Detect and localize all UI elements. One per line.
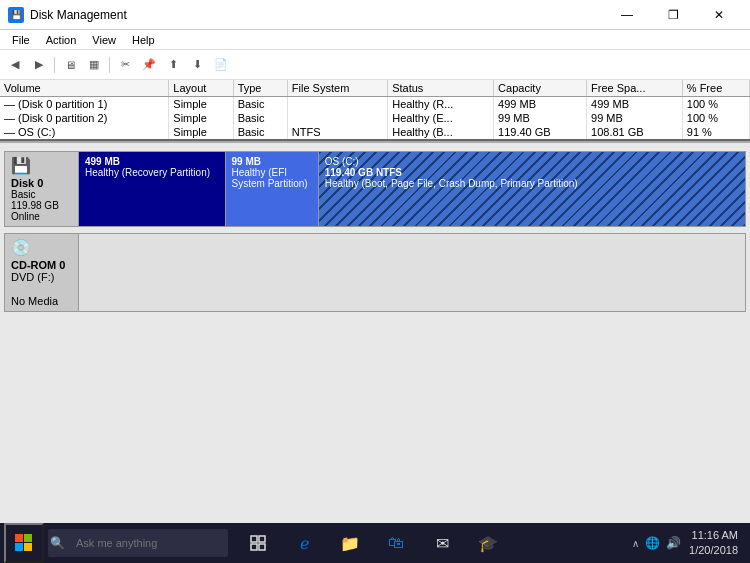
partition3-label: OS (C:) [325, 156, 739, 167]
partition3-size: 119.40 GB NTFS [325, 167, 739, 178]
disk0-partition2[interactable]: 99 MB Healthy (EFI System Partition) [226, 152, 319, 226]
edu-button[interactable]: 🎓 [466, 523, 510, 563]
disk0-icon: 💾 [11, 156, 72, 175]
disk0-partition1[interactable]: 499 MB Healthy (Recovery Partition) [79, 152, 226, 226]
svg-rect-3 [24, 543, 32, 551]
cell-2-0: — OS (C:) [0, 125, 169, 139]
col-capacity: Capacity [494, 80, 587, 97]
taskbar: 🔍 ℯ 📁 🛍 ✉ 🎓 ∧ 🌐 [0, 523, 750, 563]
cdrom0-area [79, 233, 746, 312]
col-status: Status [388, 80, 494, 97]
search-wrapper: 🔍 [44, 529, 232, 557]
col-volume: Volume [0, 80, 169, 97]
taskbar-pinned-icons: ℯ 📁 🛍 ✉ 🎓 [236, 523, 510, 563]
doc-button[interactable]: 📄 [210, 54, 232, 76]
volume-table-container: Volume Layout Type File System Status Ca… [0, 80, 750, 141]
menu-bar: File Action View Help [0, 30, 750, 50]
task-view-icon [250, 535, 266, 551]
cell-2-1: Simple [169, 125, 233, 139]
cdrom0-name: CD-ROM 0 [11, 259, 72, 271]
cell-2-7: 91 % [682, 125, 749, 139]
back-button[interactable]: ◀ [4, 54, 26, 76]
cell-0-3 [287, 97, 387, 112]
clock[interactable]: 11:16 AM 1/20/2018 [689, 528, 738, 559]
search-input[interactable] [48, 529, 228, 557]
col-type: Type [233, 80, 287, 97]
taskbar-right: ∧ 🌐 🔊 11:16 AM 1/20/2018 [632, 528, 746, 559]
svg-rect-2 [15, 543, 23, 551]
cell-1-1: Simple [169, 111, 233, 125]
col-layout: Layout [169, 80, 233, 97]
up-button[interactable]: ⬆ [162, 54, 184, 76]
tray-network: 🌐 [645, 536, 660, 550]
clock-time: 11:16 AM [689, 528, 738, 543]
cut-button[interactable]: ✂ [114, 54, 136, 76]
forward-button[interactable]: ▶ [28, 54, 50, 76]
search-icon: 🔍 [50, 536, 65, 550]
cdrom0-type: DVD (F:) [11, 271, 72, 283]
cell-0-2: Basic [233, 97, 287, 112]
table-row[interactable]: — OS (C:)SimpleBasicNTFSHealthy (B...119… [0, 125, 750, 139]
disk0-name: Disk 0 [11, 177, 72, 189]
cell-0-5: 499 MB [494, 97, 587, 112]
table-row[interactable]: — (Disk 0 partition 1)SimpleBasicHealthy… [0, 97, 750, 112]
minimize-button[interactable]: — [604, 0, 650, 30]
window-title: Disk Management [30, 8, 127, 22]
disk0-status: Online [11, 211, 72, 222]
disk0-label: 💾 Disk 0 Basic 119.98 GB Online [4, 151, 79, 227]
cell-0-7: 100 % [682, 97, 749, 112]
cell-2-4: Healthy (B... [388, 125, 494, 139]
cell-1-6: 99 MB [587, 111, 683, 125]
edu-icon: 🎓 [478, 534, 498, 553]
col-filesystem: File System [287, 80, 387, 97]
disk0-row: 💾 Disk 0 Basic 119.98 GB Online 499 MB H… [4, 151, 746, 227]
partition1-desc: Healthy (Recovery Partition) [85, 167, 219, 178]
cell-2-5: 119.40 GB [494, 125, 587, 139]
disk0-partition3[interactable]: OS (C:) 119.40 GB NTFS Healthy (Boot, Pa… [319, 152, 745, 226]
menu-help[interactable]: Help [124, 32, 163, 48]
tray-chevron[interactable]: ∧ [632, 538, 639, 549]
disk-visual-area: 💾 Disk 0 Basic 119.98 GB Online 499 MB H… [0, 143, 750, 523]
restore-button[interactable]: ❐ [650, 0, 696, 30]
store-button[interactable]: 🛍 [374, 523, 418, 563]
system-tray: ∧ 🌐 🔊 [632, 536, 681, 550]
menu-view[interactable]: View [84, 32, 124, 48]
disk-mgmt-button[interactable]: 🖥 [59, 54, 81, 76]
cdrom0-row: 💿 CD-ROM 0 DVD (F:) No Media [4, 233, 746, 312]
file-explorer-button[interactable]: 📁 [328, 523, 372, 563]
volume-table: Volume Layout Type File System Status Ca… [0, 80, 750, 139]
cell-2-6: 108.81 GB [587, 125, 683, 139]
windows-logo-icon [15, 534, 33, 552]
file-explorer-icon: 📁 [340, 534, 360, 553]
partition2-size: 99 MB [232, 156, 312, 167]
toolbar-separator-2 [109, 57, 110, 73]
edge-browser-button[interactable]: ℯ [282, 523, 326, 563]
pin-button[interactable]: 📌 [138, 54, 160, 76]
main-content: Volume Layout Type File System Status Ca… [0, 80, 750, 523]
cell-0-1: Simple [169, 97, 233, 112]
close-button[interactable]: ✕ [696, 0, 742, 30]
tray-volume[interactable]: 🔊 [666, 536, 681, 550]
mail-icon: ✉ [436, 534, 449, 553]
cell-1-5: 99 MB [494, 111, 587, 125]
mail-button[interactable]: ✉ [420, 523, 464, 563]
cell-1-3 [287, 111, 387, 125]
list-button[interactable]: ▦ [83, 54, 105, 76]
svg-rect-1 [24, 534, 32, 542]
cell-0-6: 499 MB [587, 97, 683, 112]
col-pctfree: % Free [682, 80, 749, 97]
title-bar: 💾 Disk Management — ❐ ✕ [0, 0, 750, 30]
window-controls: — ❐ ✕ [604, 0, 742, 30]
start-button[interactable] [4, 523, 44, 563]
table-header-row: Volume Layout Type File System Status Ca… [0, 80, 750, 97]
task-view-button[interactable] [236, 523, 280, 563]
table-row[interactable]: — (Disk 0 partition 2)SimpleBasicHealthy… [0, 111, 750, 125]
down-button[interactable]: ⬇ [186, 54, 208, 76]
menu-file[interactable]: File [4, 32, 38, 48]
svg-rect-6 [251, 544, 257, 550]
partition2-desc: Healthy (EFI System Partition) [232, 167, 312, 189]
menu-action[interactable]: Action [38, 32, 85, 48]
svg-rect-5 [259, 536, 265, 542]
clock-date: 1/20/2018 [689, 543, 738, 558]
cell-1-4: Healthy (E... [388, 111, 494, 125]
